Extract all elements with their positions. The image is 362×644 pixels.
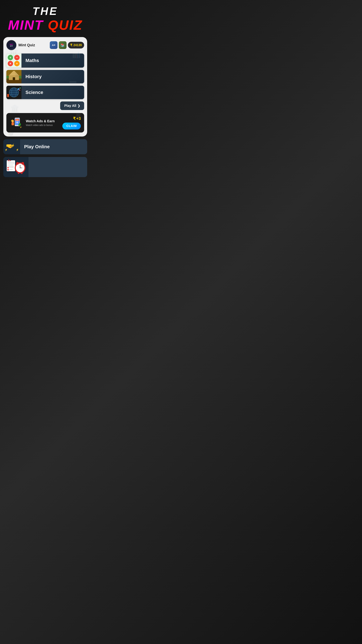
svg-rect-54	[9, 167, 14, 168]
app-logo[interactable]: MINT QUIZ	[6, 40, 16, 50]
partial-svg: A+	[3, 157, 28, 177]
history-text: History	[25, 74, 41, 79]
partial-card[interactable]: A+	[3, 157, 87, 177]
play-online-card[interactable]: 🤜 🤛 ⚡ ⚡ ⚡ Play Online	[3, 139, 87, 154]
category-history[interactable]: History	[6, 70, 84, 83]
maths-text: Maths	[25, 58, 39, 63]
books-button[interactable]: 📚	[59, 41, 66, 49]
coins-value: 24139	[73, 44, 82, 47]
science-illustration	[6, 86, 21, 99]
play-all-arrow: ❯	[78, 104, 80, 108]
svg-point-10	[6, 76, 9, 78]
svg-point-61	[16, 162, 19, 165]
ads-content: Watch Ads & Earn Watch video ads to bonu…	[26, 119, 60, 126]
play-all-button[interactable]: Play All ❯	[60, 102, 84, 110]
svg-rect-55	[9, 169, 13, 170]
svg-text:Ads: Ads	[16, 120, 18, 121]
minus-icon: −	[14, 55, 19, 60]
ads-right: ₹ +3 CLAIM	[62, 116, 81, 130]
science-icon-box	[6, 86, 21, 99]
category-maths[interactable]: + − × ÷ Maths	[6, 54, 84, 68]
books-icon: 📚	[60, 43, 65, 47]
translate-button[interactable]: A✕	[50, 41, 57, 49]
category-science[interactable]: Science	[6, 86, 84, 99]
svg-rect-53	[7, 169, 9, 170]
title-the: THE	[3, 5, 87, 18]
partial-icon: A+	[3, 157, 28, 177]
svg-rect-49	[7, 165, 13, 165]
svg-point-12	[19, 76, 22, 78]
multiply-icon: ×	[8, 61, 13, 66]
svg-rect-20	[7, 94, 9, 96]
play-online-icon: 🤜 🤛 ⚡ ⚡ ⚡	[3, 139, 20, 154]
play-all-label: Play All	[64, 104, 76, 108]
svg-rect-50	[7, 166, 14, 167]
translate-icon: A✕	[52, 44, 55, 46]
science-label: Science	[21, 86, 84, 99]
svg-text:A+: A+	[8, 159, 11, 162]
ads-illustration: Ads ⚡ ⚡	[10, 116, 23, 130]
coins-badge[interactable]: ₹ 24139	[68, 42, 84, 48]
science-text: Science	[25, 90, 43, 95]
maths-icon-box: + − × ÷	[6, 54, 21, 68]
earn-value: +3	[76, 116, 81, 121]
play-online-svg: 🤜 🤛 ⚡ ⚡ ⚡	[3, 139, 20, 154]
svg-point-38	[18, 124, 20, 126]
svg-point-62	[21, 162, 24, 165]
svg-rect-7	[13, 71, 15, 72]
svg-text:⚡: ⚡	[16, 148, 19, 151]
header-row: MINT QUIZ Mint Quiz A✕ 📚 ₹ 24139	[6, 40, 84, 50]
title-section: THE MINT QUIZ	[0, 0, 90, 36]
main-card: 🏛️ 📊 📱 ⌨️ 🏛️ 📋 🎓 📺 MINT QUIZ Mint Quiz A…	[3, 37, 87, 136]
svg-rect-48	[7, 163, 14, 164]
ads-subtitle: Watch video ads to bonus	[26, 124, 60, 126]
header-icons: A✕ 📚 ₹ 24139	[50, 41, 84, 49]
svg-rect-63	[18, 172, 19, 174]
bottom-section: 🤜 🤛 ⚡ ⚡ ⚡ Play Online A+	[3, 139, 87, 177]
ads-banner: Ads ⚡ ⚡ Watch Ads & Earn Watch video ads…	[6, 113, 84, 132]
svg-rect-64	[21, 172, 22, 174]
svg-text:⚡: ⚡	[11, 144, 15, 148]
maths-label: Maths	[21, 54, 84, 68]
plus-icon: +	[8, 55, 13, 60]
history-icon-box	[6, 70, 21, 83]
ads-svg: Ads ⚡ ⚡	[10, 116, 23, 130]
claim-button[interactable]: CLAIM	[62, 122, 81, 130]
logo-text: MINT QUIZ	[10, 44, 13, 46]
history-label: History	[21, 70, 84, 83]
svg-rect-8	[13, 77, 15, 80]
svg-rect-52	[7, 167, 9, 168]
ads-title: Watch Ads & Earn	[26, 119, 60, 123]
title-mint: MINT	[8, 18, 48, 32]
svg-text:⚡: ⚡	[5, 148, 8, 151]
divide-icon: ÷	[14, 61, 19, 66]
play-online-label: Play Online	[20, 139, 87, 154]
rupee-icon: ₹	[70, 43, 72, 47]
history-illustration	[6, 70, 21, 83]
title-quiz: QUIZ	[48, 18, 82, 32]
svg-rect-33	[11, 122, 14, 125]
earn-amount: ₹ +3	[73, 116, 81, 121]
svg-text:⚡: ⚡	[10, 119, 13, 122]
play-all-row: Play All ❯	[6, 102, 84, 110]
app-name: Mint Quiz	[18, 43, 48, 47]
earn-rupee: ₹	[73, 116, 76, 121]
